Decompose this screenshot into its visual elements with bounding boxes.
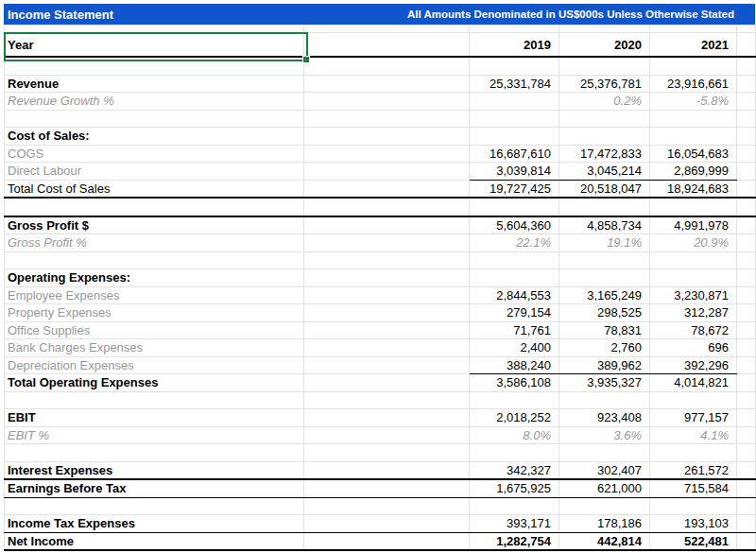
empty-cell[interactable] <box>304 444 470 462</box>
value-cell[interactable]: 1,675,925 <box>470 479 559 497</box>
value-cell[interactable]: 25,331,784 <box>470 75 559 93</box>
empty-cell[interactable] <box>737 461 756 479</box>
value-cell[interactable]: 78,831 <box>559 321 650 339</box>
empty-cell[interactable] <box>737 216 756 234</box>
value-cell[interactable]: 3,230,871 <box>650 286 737 304</box>
value-cell[interactable]: 923,408 <box>559 409 650 427</box>
row-label-cell[interactable]: Net Income <box>5 532 304 550</box>
empty-cell[interactable] <box>737 286 756 304</box>
empty-cell[interactable] <box>304 497 470 515</box>
row-label-cell[interactable]: Gross Profit $ <box>5 216 304 234</box>
selection-box[interactable] <box>4 32 308 61</box>
row-label-cell[interactable]: Revenue <box>5 75 304 93</box>
empty-cell[interactable] <box>737 391 756 409</box>
empty-cell[interactable] <box>737 251 756 269</box>
row-label-cell[interactable]: EBIT % <box>5 426 304 444</box>
empty-cell[interactable] <box>304 532 470 550</box>
value-cell[interactable]: 3.6% <box>559 426 650 444</box>
empty-cell[interactable] <box>304 93 470 111</box>
empty-cell[interactable] <box>304 321 470 339</box>
value-cell[interactable]: 4.1% <box>650 426 737 444</box>
empty-cell[interactable] <box>737 180 756 198</box>
empty-cell[interactable] <box>304 163 470 181</box>
empty-cell[interactable] <box>5 198 304 216</box>
empty-cell[interactable] <box>737 163 756 181</box>
value-cell[interactable]: 696 <box>650 339 737 357</box>
empty-cell[interactable] <box>737 515 756 533</box>
value-cell[interactable]: 392,296 <box>650 356 737 374</box>
value-cell[interactable] <box>470 198 559 216</box>
value-cell[interactable]: 3,165,249 <box>559 286 650 304</box>
row-label-cell[interactable]: Office Supplies <box>5 321 304 339</box>
empty-cell[interactable] <box>304 391 470 409</box>
value-cell[interactable] <box>470 269 559 287</box>
value-cell[interactable] <box>559 444 650 462</box>
value-cell[interactable] <box>650 391 737 409</box>
row-label-cell[interactable]: Interest Expenses <box>5 461 304 479</box>
value-cell[interactable]: 522,481 <box>650 532 737 550</box>
empty-cell[interactable] <box>304 33 470 58</box>
empty-cell[interactable] <box>5 497 304 515</box>
empty-cell[interactable] <box>559 26 650 33</box>
value-cell[interactable]: 302,407 <box>559 461 650 479</box>
empty-cell[interactable] <box>737 269 756 287</box>
value-cell[interactable]: 388,240 <box>470 356 559 374</box>
empty-cell[interactable] <box>5 444 304 462</box>
empty-cell[interactable] <box>304 180 470 198</box>
empty-cell[interactable] <box>304 57 470 75</box>
value-cell[interactable]: 2,760 <box>559 339 650 357</box>
value-cell[interactable]: 4,991,978 <box>650 216 737 234</box>
empty-cell[interactable] <box>304 374 470 392</box>
value-cell[interactable]: 312,287 <box>650 304 737 322</box>
value-cell[interactable] <box>559 198 650 216</box>
empty-cell[interactable] <box>5 110 304 128</box>
row-label-cell[interactable]: Employee Expenses <box>5 286 304 304</box>
empty-cell[interactable] <box>737 234 756 252</box>
value-cell[interactable] <box>470 128 559 146</box>
empty-cell[interactable] <box>737 304 756 322</box>
value-cell[interactable]: 8.0% <box>470 426 559 444</box>
empty-cell[interactable] <box>737 356 756 374</box>
empty-cell[interactable] <box>737 532 756 550</box>
row-label-cell[interactable]: Bank Charges Expenses <box>5 339 304 357</box>
empty-cell[interactable] <box>737 198 756 216</box>
empty-cell[interactable] <box>737 93 756 111</box>
empty-cell[interactable] <box>304 145 470 163</box>
row-label-cell[interactable]: EBIT <box>5 409 304 427</box>
row-label-cell[interactable]: Depreciation Expenses <box>5 356 304 374</box>
value-cell[interactable]: 3,045,214 <box>559 163 650 181</box>
empty-cell[interactable] <box>304 286 470 304</box>
value-cell[interactable]: 2,400 <box>470 339 559 357</box>
empty-cell[interactable] <box>304 356 470 374</box>
empty-cell[interactable] <box>304 75 470 93</box>
value-cell[interactable]: 16,687,610 <box>470 145 559 163</box>
row-label-cell[interactable]: Operating Expenses: <box>5 269 304 287</box>
empty-cell[interactable] <box>737 26 756 33</box>
empty-cell[interactable] <box>470 26 559 33</box>
value-cell[interactable]: 0.2% <box>559 93 650 111</box>
value-cell[interactable]: 279,154 <box>470 304 559 322</box>
value-cell[interactable] <box>650 497 737 515</box>
value-cell[interactable]: 22.1% <box>470 234 559 252</box>
empty-cell[interactable] <box>304 234 470 252</box>
empty-cell[interactable] <box>304 251 470 269</box>
value-cell[interactable] <box>559 497 650 515</box>
row-label-cell[interactable]: Direct Labour <box>5 163 304 181</box>
empty-cell[interactable] <box>737 110 756 128</box>
value-cell[interactable]: 389,962 <box>559 356 650 374</box>
empty-cell[interactable] <box>737 497 756 515</box>
row-label-cell[interactable]: Income Tax Expenses <box>5 515 304 533</box>
row-label-cell[interactable]: Cost of Sales: <box>5 128 304 146</box>
value-cell[interactable]: 298,525 <box>559 304 650 322</box>
value-cell[interactable] <box>470 93 559 111</box>
value-cell[interactable]: 2,018,252 <box>470 409 559 427</box>
value-cell[interactable]: 18,924,683 <box>650 180 737 198</box>
value-cell[interactable]: 1,282,754 <box>470 532 559 550</box>
empty-cell[interactable] <box>737 145 756 163</box>
value-cell[interactable]: 3,935,327 <box>559 374 650 392</box>
value-cell[interactable]: 2,869,999 <box>650 163 737 181</box>
empty-cell[interactable] <box>737 57 756 75</box>
empty-cell[interactable] <box>737 339 756 357</box>
value-cell[interactable]: 19.1% <box>559 234 650 252</box>
value-cell[interactable] <box>650 198 737 216</box>
